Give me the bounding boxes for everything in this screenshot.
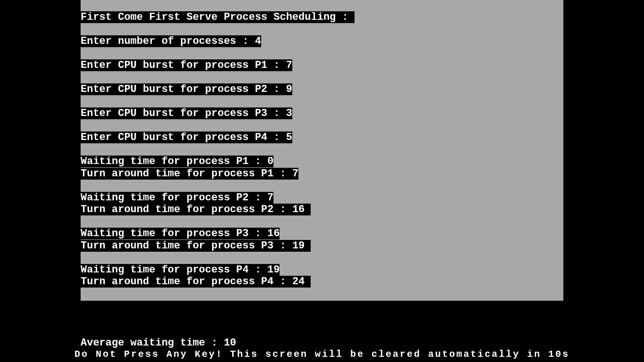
- wait-line-p3: Waiting time for process P3 : 16: [81, 228, 563, 240]
- wait-line-p4: Waiting time for process P4 : 19: [81, 264, 563, 276]
- tat-label: Turn around time for process P2 :: [81, 204, 292, 215]
- blank-line: [81, 120, 563, 132]
- blank-line: [81, 48, 563, 60]
- burst-value: 7: [286, 59, 292, 71]
- wait-value: 7: [267, 192, 273, 204]
- burst-line-p3: Enter CPU burst for process P3 : 3: [81, 107, 563, 120]
- tat-line-p2: Turn around time for process P2 : 16: [81, 204, 563, 216]
- burst-line-p2: Enter CPU burst for process P2 : 9: [81, 83, 563, 96]
- tat-value: 7: [292, 168, 298, 180]
- tat-line-p4: Turn around time for process P4 : 24: [81, 276, 563, 288]
- num-proc-label: Enter number of processes :: [81, 35, 255, 47]
- tat-label: Turn around time for process P4 :: [81, 276, 292, 288]
- burst-label: Enter CPU burst for process P2 :: [81, 83, 286, 95]
- blank-line: [81, 252, 563, 264]
- wait-line-p1: Waiting time for process P1 : 0: [81, 156, 563, 168]
- blank-line: [81, 144, 563, 156]
- wait-label: Waiting time for process P1 :: [81, 156, 267, 167]
- avg-wait-label: Average waiting time :: [81, 337, 224, 349]
- burst-value: 3: [286, 107, 292, 119]
- blank-line: [81, 96, 563, 108]
- blank-line: [81, 180, 563, 192]
- tat-value: 16: [292, 204, 311, 215]
- num-proc-line: Enter number of processes : 4: [81, 35, 563, 48]
- avg-wait-value: 10: [224, 337, 236, 349]
- tat-value: 19: [292, 240, 311, 252]
- wait-value: 0: [267, 156, 273, 167]
- footer-message: Do Not Press Any Key! This screen will b…: [0, 349, 644, 360]
- burst-value: 9: [286, 83, 292, 95]
- wait-label: Waiting time for process P3 :: [81, 228, 267, 239]
- title-text: First Come First Serve Process Schedulin…: [81, 11, 355, 23]
- wait-line-p2: Waiting time for process P2 : 7: [81, 192, 563, 204]
- burst-line-p4: Enter CPU burst for process P4 : 5: [81, 132, 563, 144]
- burst-label: Enter CPU burst for process P3 :: [81, 107, 286, 119]
- burst-label: Enter CPU burst for process P1 :: [81, 59, 286, 71]
- tat-line-p1: Turn around time for process P1 : 7: [81, 168, 563, 180]
- burst-value: 5: [286, 132, 292, 143]
- wait-label: Waiting time for process P4 :: [81, 264, 267, 276]
- tat-label: Turn around time for process P1 :: [81, 168, 292, 180]
- num-proc-value: 4: [255, 35, 261, 47]
- console-output: First Come First Serve Process Schedulin…: [81, 11, 563, 288]
- wait-value: 19: [267, 264, 280, 276]
- burst-label: Enter CPU burst for process P4 :: [81, 132, 286, 143]
- title-line: First Come First Serve Process Schedulin…: [81, 11, 563, 24]
- blank-line: [81, 24, 563, 36]
- burst-line-p1: Enter CPU burst for process P1 : 7: [81, 59, 563, 72]
- avg-wait-line: Average waiting time : 10: [81, 337, 563, 349]
- blank-line: [81, 216, 563, 228]
- wait-value: 16: [267, 228, 280, 239]
- tat-value: 24: [292, 276, 311, 288]
- tat-line-p3: Turn around time for process P3 : 19: [81, 240, 563, 252]
- tat-label: Turn around time for process P3 :: [81, 240, 292, 252]
- wait-label: Waiting time for process P2 :: [81, 192, 267, 204]
- blank-line: [81, 72, 563, 84]
